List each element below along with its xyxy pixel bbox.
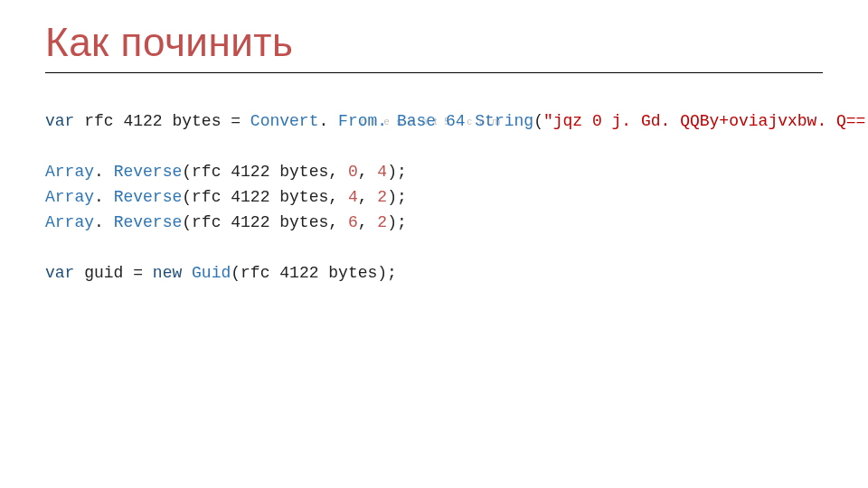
slide-title: Как починить [45, 20, 823, 65]
method-reverse: Reverse [114, 163, 183, 181]
type-convert: Convert [250, 112, 319, 130]
number-literal: 2 [377, 188, 387, 206]
keyword-var: var [45, 264, 74, 282]
paren-close: ); [387, 188, 407, 206]
code-line-1: var rfc 4122 bytes = Convert. From. Base… [45, 112, 868, 130]
space [182, 264, 192, 282]
code-line-5: var guid = new Guid(rfc 4122 bytes); [45, 264, 397, 282]
type-array: Array [45, 213, 94, 231]
dot: . [94, 213, 114, 231]
number-literal: 0 [348, 163, 358, 181]
type-array: Array [45, 188, 94, 206]
args-open: (rfc 4122 bytes, [182, 188, 348, 206]
operator-equals: = [231, 112, 250, 130]
args-open: (rfc 4122 bytes, [182, 213, 348, 231]
type-array: Array [45, 163, 94, 181]
keyword-new: new [153, 264, 182, 282]
type-guid: Guid [192, 264, 231, 282]
identifier-guid: guid [74, 264, 133, 282]
string-literal: "jqz 0 j. Gd. QQBy+oviajvxbw. Q==" [543, 112, 868, 130]
code-line-3: Array. Reverse(rfc 4122 bytes, 4, 2); [45, 188, 407, 206]
args: (rfc 4122 bytes); [231, 264, 397, 282]
comma: , [358, 213, 378, 231]
operator-equals: = [133, 264, 153, 282]
method-reverse: Reverse [114, 188, 183, 206]
dot: . [94, 163, 114, 181]
code-line-4: Array. Reverse(rfc 4122 bytes, 6, 2); [45, 213, 407, 231]
comma: , [358, 163, 378, 181]
dot: . [318, 112, 338, 130]
number-literal: 4 [377, 163, 387, 181]
comma: , [358, 188, 378, 206]
number-literal: 4 [348, 188, 358, 206]
title-block: Как починить [45, 20, 823, 73]
paren-open: ( [533, 112, 543, 130]
dot: . [94, 188, 114, 206]
args-open: (rfc 4122 bytes, [182, 163, 348, 181]
method-reverse: Reverse [114, 213, 183, 231]
title-underline [45, 72, 823, 73]
number-literal: 6 [348, 213, 358, 231]
number-literal: 2 [377, 213, 387, 231]
slide: Как починить present5.com var rfc 4122 b… [0, 0, 868, 488]
method-frombase64string: From. Base 64 String [338, 112, 533, 130]
paren-close: ); [387, 213, 407, 231]
code-block: var rfc 4122 bytes = Convert. From. Base… [45, 108, 832, 286]
paren-close: ); [387, 163, 407, 181]
code-line-2: Array. Reverse(rfc 4122 bytes, 0, 4); [45, 163, 407, 181]
identifier-rfcbytes: rfc 4122 bytes [74, 112, 231, 130]
keyword-var: var [45, 112, 74, 130]
